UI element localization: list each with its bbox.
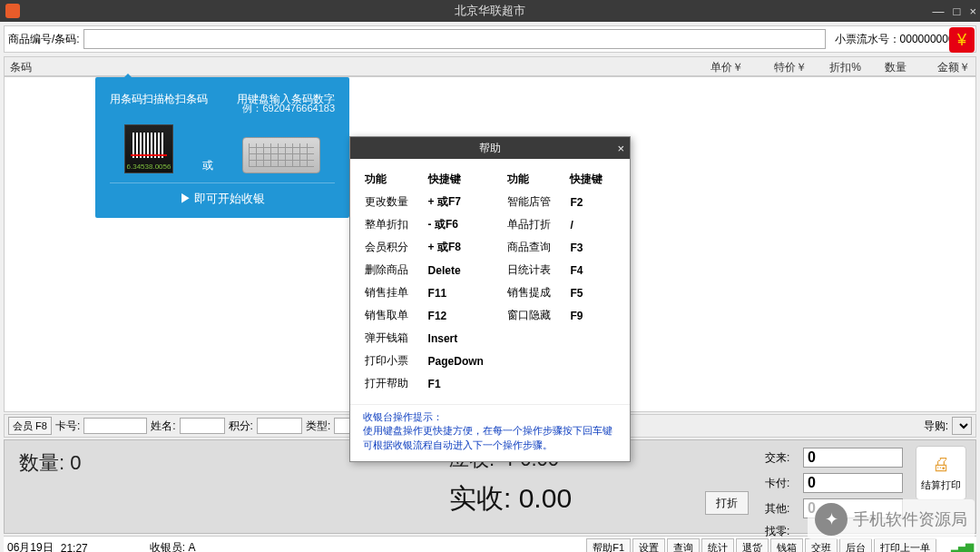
card-label: 卡号:	[55, 419, 80, 434]
checkout-print-button[interactable]: 🖨 结算打印	[916, 446, 966, 500]
change-label: 找零:	[765, 524, 803, 539]
shortcut-row: 会员积分+ 或F8商品查询F3	[363, 236, 617, 259]
status-button-设置[interactable]: 设置	[632, 538, 665, 553]
or-text: 或	[202, 158, 213, 173]
status-button-打印上一单[interactable]: 打印上一单	[874, 538, 936, 553]
signal-icon: ▁▃▅▇	[944, 542, 973, 553]
wechat-watermark: ✦ 手机软件资源局	[808, 499, 975, 539]
guide-label: 导购:	[924, 419, 948, 434]
cashier-label: 收银员: A	[150, 540, 196, 552]
app-icon	[5, 4, 20, 18]
status-button-交班[interactable]: 交班	[805, 538, 838, 553]
shortcut-row: 打开帮助F1	[363, 372, 617, 395]
start-hint: 即可开始收银	[110, 191, 335, 207]
status-time: 21:27	[61, 542, 88, 553]
status-button-统计[interactable]: 统计	[701, 538, 734, 553]
example-code: 例：6920476664183	[110, 102, 335, 115]
col-barcode: 条码	[5, 57, 685, 75]
points-input[interactable]	[257, 418, 302, 434]
help-dialog-header[interactable]: 帮助 ×	[350, 137, 630, 159]
barcode-hint-tooltip: 用条码扫描枪扫条码 用键盘输入条码数字 例：6920476664183 6.34…	[95, 77, 349, 218]
receipt-label: 小票流水号：00000000000	[835, 32, 966, 47]
status-button-退货[interactable]: 退货	[736, 538, 769, 553]
name-label: 姓名:	[151, 419, 175, 434]
shortcut-row: 销售取单F12窗口隐藏F9	[363, 304, 617, 327]
barcode-label: 商品编号/条码:	[8, 32, 80, 47]
col-qty: 数量	[867, 57, 912, 75]
keyboard-icon	[242, 137, 320, 173]
coin-icon[interactable]: ¥	[949, 27, 975, 53]
shortcut-row: 销售挂单F11销售提成F5	[363, 281, 617, 304]
status-button-帮助F1[interactable]: 帮助F1	[586, 538, 631, 553]
shortcut-row: 整单折扣- 或F6单品打折/	[363, 213, 617, 236]
barcode-input[interactable]	[83, 29, 826, 49]
maximize-button[interactable]: □	[954, 5, 961, 18]
table-header: 条码 单价￥ 特价￥ 折扣% 数量 金额￥	[4, 56, 976, 76]
other-label: 其他:	[765, 501, 803, 517]
col-price: 单价￥	[685, 57, 749, 75]
cash-input[interactable]	[803, 448, 903, 468]
col-discount: 折扣%	[812, 57, 867, 75]
member-button[interactable]: 会员 F8	[8, 417, 52, 435]
window-title: 北京华联超市	[455, 3, 525, 19]
help-dialog: 帮助 × 功能快捷键 功能快捷键 更改数量+ 或F7智能店管F2整单折扣- 或F…	[349, 136, 631, 462]
cash-label: 交来:	[765, 450, 803, 466]
card-pay-input[interactable]	[803, 473, 903, 493]
shortcut-row: 删除商品Delete日统计表F4	[363, 259, 617, 281]
help-close-button[interactable]: ×	[617, 142, 624, 155]
minimize-button[interactable]: —	[933, 5, 945, 18]
barcode-scanner-icon: 6.34538.0056	[124, 124, 173, 173]
guide-select[interactable]	[952, 417, 972, 435]
printer-icon: 🖨	[932, 454, 950, 475]
name-input[interactable]	[180, 418, 225, 434]
barcode-toolbar: 商品编号/条码: 小票流水号：00000000000	[4, 25, 976, 53]
close-button[interactable]: ×	[969, 5, 976, 18]
shortcut-row: 弹开钱箱Insert	[363, 327, 617, 350]
type-label: 类型:	[306, 419, 330, 434]
shortcut-row: 更改数量+ 或F7智能店管F2	[363, 191, 617, 213]
col-amount: 金额￥	[912, 57, 975, 75]
status-button-钱箱[interactable]: 钱箱	[770, 538, 803, 553]
shortcut-table: 功能快捷键 功能快捷键 更改数量+ 或F7智能店管F2整单折扣- 或F6单品打折…	[363, 168, 617, 395]
card-input[interactable]	[83, 418, 147, 434]
help-title: 帮助	[479, 141, 501, 156]
discount-button[interactable]: 打折	[705, 491, 749, 515]
shortcut-row: 打印小票PageDown	[363, 350, 617, 372]
titlebar: 北京华联超市 — □ ×	[0, 0, 980, 22]
help-tip: 收银台操作提示： 使用键盘操作更快捷方便，在每一个操作步骤按下回车键可根据收银流…	[350, 404, 630, 461]
col-special: 特价￥	[749, 57, 812, 75]
points-label: 积分:	[229, 419, 253, 434]
status-buttons: 帮助F1设置查询统计退货钱箱交班后台打印上一单	[586, 538, 936, 553]
status-button-后台[interactable]: 后台	[839, 538, 872, 553]
card-pay-label: 卡付:	[765, 476, 803, 491]
status-date: 06月19日	[7, 540, 54, 552]
status-button-查询[interactable]: 查询	[667, 538, 700, 553]
window-controls: — □ ×	[933, 5, 976, 18]
wechat-icon: ✦	[815, 503, 848, 536]
